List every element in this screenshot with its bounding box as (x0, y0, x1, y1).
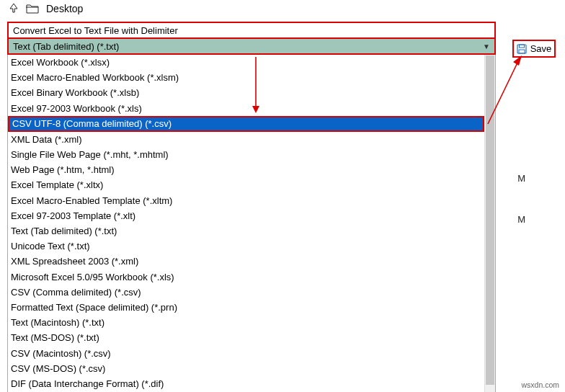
file-type-option[interactable]: Excel Workbook (*.xlsx) (8, 55, 495, 70)
file-type-option[interactable]: CSV (Comma delimited) (*.csv) (8, 285, 495, 300)
chevron-down-icon: ▼ (483, 43, 490, 50)
file-type-option[interactable]: Unicode Text (*.txt) (8, 239, 495, 254)
file-type-option[interactable]: Text (Macintosh) (*.txt) (8, 315, 495, 330)
bg-text-m2: M (517, 214, 525, 225)
file-type-option[interactable]: Excel 97-2003 Template (*.xlt) (8, 208, 495, 223)
folder-icon[interactable] (26, 4, 39, 14)
file-type-dropdown[interactable]: Text (Tab delimited) (*.txt) ▼ (7, 37, 496, 55)
file-type-option[interactable]: XML Spreadsheet 2003 (*.xml) (8, 254, 495, 269)
file-type-option[interactable]: Excel Macro-Enabled Template (*.xltm) (8, 193, 495, 208)
file-type-option[interactable]: CSV (MS-DOS) (*.csv) (8, 361, 495, 376)
bg-text-m1: M (517, 173, 525, 184)
dropdown-selected-label: Text (Tab delimited) (*.txt) (13, 41, 119, 52)
file-type-option[interactable]: Single File Web Page (*.mht, *.mhtml) (8, 147, 495, 162)
main-column: Convert Excel to Text File with Delimite… (7, 22, 497, 392)
file-type-option[interactable]: Excel 97-2003 Workbook (*.xls) (8, 101, 495, 116)
file-type-option[interactable]: Excel Macro-Enabled Workbook (*.xlsm) (8, 70, 495, 85)
file-type-option[interactable]: XML Data (*.xml) (8, 132, 495, 147)
file-type-option[interactable]: Formatted Text (Space delimited) (*.prn) (8, 300, 495, 315)
file-type-option[interactable]: Text (Tab delimited) (*.txt) (8, 223, 495, 239)
up-arrow-icon[interactable] (9, 3, 19, 14)
file-type-option[interactable]: CSV UTF-8 (Comma delimited) (*.csv) (8, 116, 495, 132)
svg-rect-2 (519, 50, 525, 53)
file-type-option[interactable]: Excel Template (*.xltx) (8, 177, 495, 192)
file-type-option[interactable]: Microsoft Excel 5.0/95 Workbook (*.xls) (8, 270, 495, 285)
file-type-list: Excel Workbook (*.xlsx)Excel Macro-Enabl… (7, 55, 496, 392)
file-type-option[interactable]: DIF (Data Interchange Format) (*.dif) (8, 376, 495, 391)
save-button[interactable]: Save (512, 40, 556, 58)
file-type-scroll: Excel Workbook (*.xlsx)Excel Macro-Enabl… (8, 55, 495, 392)
scrollbar-thumb[interactable] (485, 55, 495, 386)
file-type-option[interactable]: Text (MS-DOS) (*.txt) (8, 330, 495, 345)
watermark: wsxdn.com (521, 380, 559, 389)
file-type-option[interactable]: Excel Binary Workbook (*.xlsb) (8, 85, 495, 100)
file-type-option-highlighted[interactable]: CSV UTF-8 (Comma delimited) (*.csv) (8, 116, 484, 132)
file-type-option[interactable]: CSV (Macintosh) (*.csv) (8, 346, 495, 361)
navigation-header: Desktop (0, 0, 565, 17)
filename-input[interactable]: Convert Excel to Text File with Delimite… (7, 22, 496, 39)
save-button-label: Save (530, 43, 552, 54)
scrollbar-track[interactable] (484, 55, 495, 392)
save-icon (517, 44, 527, 54)
file-type-option[interactable]: Web Page (*.htm, *.html) (8, 162, 495, 177)
location-label[interactable]: Desktop (46, 3, 83, 14)
